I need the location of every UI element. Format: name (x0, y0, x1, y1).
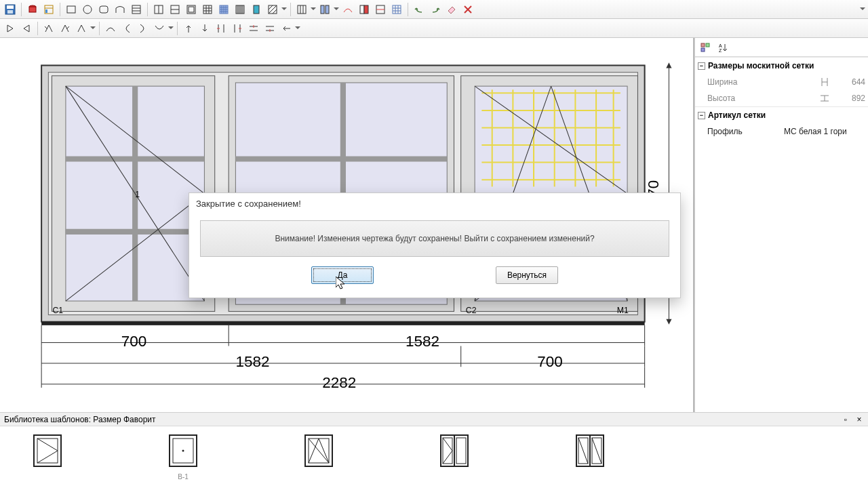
template-item-3[interactable] (298, 432, 339, 482)
grid-fine-icon[interactable] (216, 2, 231, 17)
c2-label: C2 (466, 306, 477, 315)
delete-icon[interactable] (460, 2, 475, 17)
dropdown-icon[interactable] (168, 21, 174, 36)
play-back-icon[interactable] (19, 21, 34, 36)
table-icon[interactable] (129, 2, 144, 17)
grid-3x3-icon[interactable] (200, 2, 215, 17)
template-item-4[interactable] (434, 432, 475, 482)
undo-icon[interactable] (412, 2, 427, 17)
save-dialog: Закрытие с сохранением! Внимание! Измене… (189, 192, 681, 298)
arc-right-icon[interactable] (136, 21, 151, 36)
dim-w-left: 700 (121, 333, 147, 350)
arc-top-icon[interactable] (103, 21, 118, 36)
arc-left-icon[interactable] (119, 21, 134, 36)
svg-point-143 (182, 450, 184, 452)
svg-text:Z: Z (719, 48, 722, 53)
split-h-icon[interactable] (167, 2, 182, 17)
categorize-icon[interactable] (699, 41, 711, 54)
library-title: Библиотека шаблонов: Размер Фаворит (4, 415, 841, 424)
circle-icon[interactable] (80, 2, 95, 17)
dim-left-icon[interactable] (279, 21, 294, 36)
dim-up-icon[interactable] (181, 21, 196, 36)
split-v-icon[interactable] (151, 2, 166, 17)
prop-group-article[interactable]: − Артикул сетки (695, 107, 868, 123)
grid-blue-icon[interactable] (389, 2, 404, 17)
svg-rect-8 (67, 6, 75, 13)
prop-group-dimensions[interactable]: − Размеры москитной сетки (695, 58, 868, 74)
svg-rect-49 (364, 5, 368, 14)
template-item-2[interactable]: B-1 (163, 432, 203, 482)
yes-button[interactable]: Да (311, 266, 374, 284)
dropdown-icon[interactable] (311, 2, 316, 17)
dropdown-icon[interactable] (295, 21, 300, 36)
toolbar-row-1 (0, 0, 868, 19)
back-button[interactable]: Вернуться (496, 266, 558, 284)
split-panel-icon[interactable] (317, 2, 332, 17)
svg-rect-137 (34, 435, 61, 466)
angle-in-icon[interactable] (58, 21, 73, 36)
dim-down-icon[interactable] (197, 21, 212, 36)
collapse-icon[interactable]: − (698, 112, 705, 119)
svg-line-40 (269, 5, 273, 9)
svg-rect-110 (41, 322, 645, 325)
dim-cross1-icon[interactable] (214, 21, 229, 36)
arc-bottom-icon[interactable] (152, 21, 167, 36)
template-item-1[interactable] (27, 432, 68, 482)
dropdown-icon[interactable] (281, 2, 287, 17)
fill-icon[interactable] (249, 2, 264, 17)
arch-icon[interactable] (113, 2, 127, 17)
prop-width-value: 644 (831, 77, 865, 87)
dim-w-total: 2282 (322, 374, 356, 391)
collapse-icon[interactable]: − (698, 62, 705, 70)
svg-rect-46 (321, 5, 324, 14)
svg-rect-19 (189, 7, 194, 12)
dim-h2-icon[interactable] (262, 21, 277, 36)
door-right-icon[interactable] (373, 2, 388, 17)
m1-label: M1 (617, 306, 629, 315)
prop-height-row[interactable]: Высота 892 (695, 90, 868, 106)
redo-icon[interactable] (428, 2, 443, 17)
dropdown-icon[interactable] (334, 2, 339, 17)
svg-rect-127 (701, 48, 705, 52)
angle-out-icon[interactable] (41, 21, 56, 36)
svg-rect-38 (254, 5, 259, 14)
db-icon[interactable] (25, 2, 40, 17)
edit-icon[interactable] (818, 92, 831, 104)
rounded-rect-icon[interactable] (96, 2, 111, 17)
hatch-icon[interactable] (265, 2, 280, 17)
pin-icon[interactable]: ▫ (841, 415, 850, 424)
sash-icon[interactable] (184, 2, 199, 17)
save-icon[interactable] (3, 2, 18, 17)
prop-profile-label: Профиль (707, 127, 784, 136)
eraser-icon[interactable] (444, 2, 459, 17)
rect-icon[interactable] (64, 2, 79, 17)
svg-rect-43 (298, 5, 306, 14)
panel-icon[interactable] (41, 2, 56, 17)
close-icon[interactable]: × (854, 415, 864, 424)
split3-icon[interactable] (294, 2, 309, 17)
prop-profile-value: МС белая 1 гори (784, 127, 865, 136)
svg-line-42 (273, 9, 277, 14)
prop-profile-row[interactable]: Профиль МС белая 1 гори (695, 123, 868, 140)
edit-icon[interactable] (818, 76, 831, 88)
door-left-icon[interactable] (357, 2, 372, 17)
prop-group-title: Артикул сетки (708, 110, 766, 120)
template-caption: B-1 (163, 473, 203, 481)
prop-height-label: Высота (707, 94, 818, 103)
prop-width-row[interactable]: Ширина 644 (695, 74, 868, 90)
template-item-5[interactable] (570, 432, 610, 482)
sort-icon[interactable]: AZ (717, 41, 729, 54)
dropdown-icon[interactable] (90, 21, 96, 36)
dim-cross2-icon[interactable] (230, 21, 245, 36)
dropdown-icon[interactable] (860, 2, 865, 17)
dim-w-right: 1582 (406, 333, 439, 350)
play-icon[interactable] (3, 21, 18, 36)
dim-w-mid-left: 1582 (235, 353, 269, 370)
dialog-title: Закрытие с сохранением! (189, 193, 680, 214)
grid-dense-icon[interactable] (233, 2, 248, 17)
peak-icon[interactable] (74, 21, 89, 36)
dim-h-icon[interactable] (246, 21, 261, 36)
prop-height-value: 892 (831, 94, 865, 103)
curve-icon[interactable] (340, 2, 355, 17)
c1-label: C1 (52, 306, 63, 315)
